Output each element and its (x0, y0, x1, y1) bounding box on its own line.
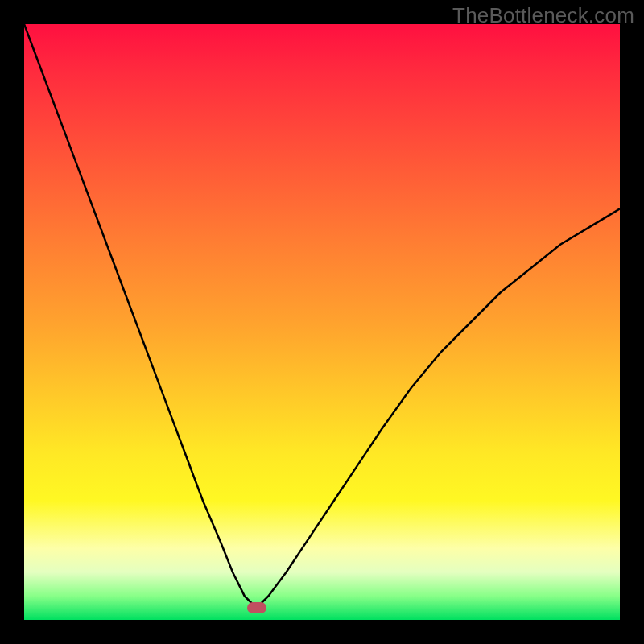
curve-right-branch (257, 208, 620, 608)
bottleneck-curve (24, 24, 620, 620)
chart-frame: TheBottleneck.com (0, 0, 644, 644)
plot-area (24, 24, 620, 620)
optimum-marker (247, 602, 266, 613)
curve-left-branch (24, 24, 257, 608)
